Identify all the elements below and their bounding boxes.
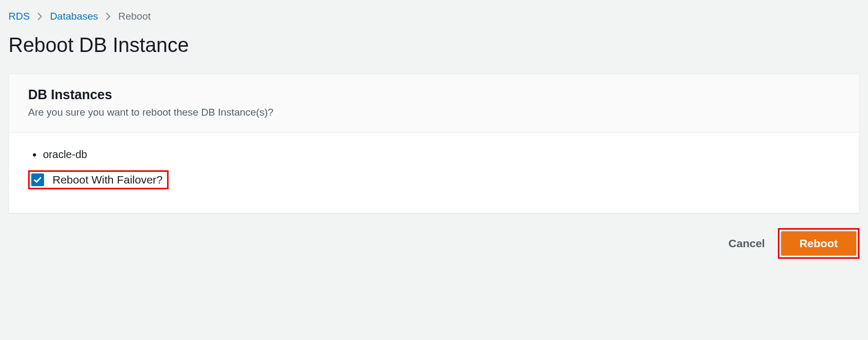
breadcrumb: RDS Databases Reboot bbox=[8, 11, 860, 22]
panel-subheading: Are you sure you want to reboot these DB… bbox=[28, 107, 840, 118]
panel-header: DB Instances Are you sure you want to re… bbox=[9, 74, 859, 133]
reboot-button[interactable]: Reboot bbox=[781, 231, 856, 256]
action-row: Cancel Reboot bbox=[8, 228, 860, 259]
panel-body: oracle-db Reboot With Failover? bbox=[9, 133, 859, 213]
failover-checkbox[interactable] bbox=[31, 173, 44, 186]
breadcrumb-link-rds[interactable]: RDS bbox=[8, 11, 30, 22]
reboot-button-highlight: Reboot bbox=[778, 228, 860, 259]
confirm-panel: DB Instances Are you sure you want to re… bbox=[8, 74, 860, 213]
chevron-right-icon bbox=[37, 12, 42, 21]
page-title: Reboot DB Instance bbox=[8, 34, 860, 57]
instance-list: oracle-db bbox=[28, 149, 840, 161]
failover-label[interactable]: Reboot With Failover? bbox=[52, 173, 163, 186]
panel-heading: DB Instances bbox=[28, 87, 840, 102]
list-item: oracle-db bbox=[43, 149, 840, 161]
cancel-button[interactable]: Cancel bbox=[725, 232, 768, 255]
check-icon bbox=[33, 175, 42, 185]
chevron-right-icon bbox=[106, 12, 111, 21]
breadcrumb-link-databases[interactable]: Databases bbox=[50, 11, 98, 22]
failover-option: Reboot With Failover? bbox=[28, 170, 169, 189]
breadcrumb-current: Reboot bbox=[118, 11, 151, 22]
